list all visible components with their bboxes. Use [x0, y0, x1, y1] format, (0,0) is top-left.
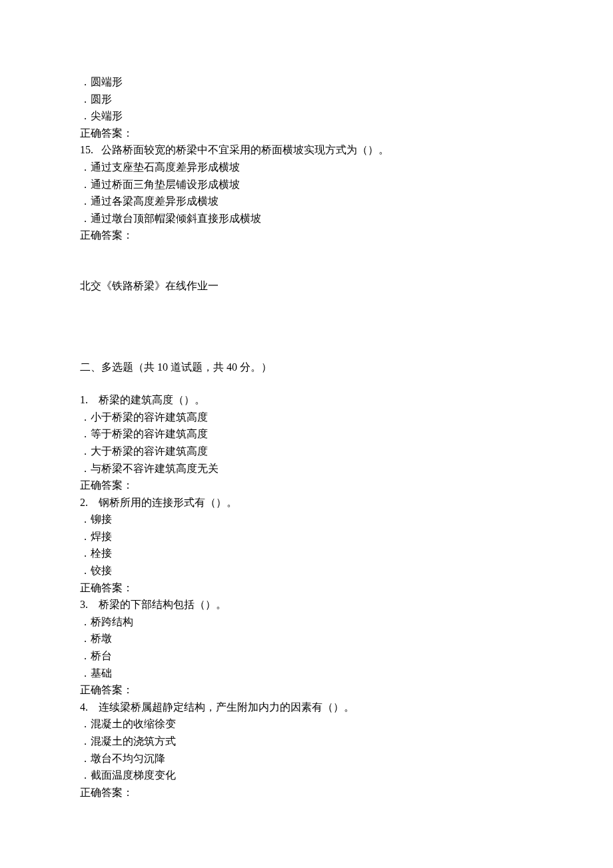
answer-label: 正确答案：: [80, 681, 533, 699]
part-heading: 二、多选题（共 10 道试题，共 40 分。）: [80, 359, 533, 376]
question-stem: 4. 连续梁桥属超静定结构，产生附加内力的因素有（）。: [80, 699, 533, 716]
answer-label: 正确答案：: [80, 227, 533, 244]
question-option: ．通过桥面三角垫层铺设形成横坡: [80, 176, 533, 193]
section-title: 北交《铁路桥梁》在线作业一: [80, 277, 533, 295]
question-option: ．栓接: [80, 545, 533, 562]
question-option: ．等于桥梁的容许建筑高度: [80, 425, 533, 443]
question-option: ．小于桥梁的容许建筑高度: [80, 409, 533, 426]
question-option: ．桥墩: [80, 630, 533, 647]
question-option: ．通过支座垫石高度差异形成横坡: [80, 159, 533, 176]
question-stem: 1. 桥梁的建筑高度（）。: [80, 391, 533, 409]
question-option: ．焊接: [80, 528, 533, 545]
prev-question-option: ．尖端形: [80, 107, 533, 125]
spacer: [80, 375, 533, 391]
question-option: ．桥跨结构: [80, 613, 533, 631]
question-stem: 2. 钢桥所用的连接形式有（）。: [80, 494, 533, 511]
question-option: ．截面温度梯度变化: [80, 767, 533, 784]
answer-label: 正确答案：: [80, 477, 533, 494]
question-option: ．混凝土的浇筑方式: [80, 733, 533, 750]
question-option: ．铆接: [80, 511, 533, 528]
question-option: ．通过墩台顶部帽梁倾斜直接形成横坡: [80, 210, 533, 227]
question-option: ．墩台不均匀沉降: [80, 750, 533, 767]
answer-label: 正确答案：: [80, 579, 533, 597]
question-stem: 15. 公路桥面较宽的桥梁中不宜采用的桥面横坡实现方式为（）。: [80, 141, 533, 159]
question-option: ．铰接: [80, 562, 533, 579]
question-option: ．桥台: [80, 647, 533, 665]
prev-question-option: ．圆端形: [80, 73, 533, 91]
spacer: [80, 295, 533, 359]
spacer: [80, 244, 533, 277]
document-page: ．圆端形 ．圆形 ．尖端形 正确答案： 15. 公路桥面较宽的桥梁中不宜采用的桥…: [0, 0, 613, 868]
question-option: ．混凝土的收缩徐变: [80, 715, 533, 733]
question-stem: 3. 桥梁的下部结构包括（）。: [80, 596, 533, 613]
question-option: ．通过各梁高度差异形成横坡: [80, 193, 533, 210]
prev-question-option: ．圆形: [80, 91, 533, 108]
answer-label: 正确答案：: [80, 784, 533, 801]
question-option: ．与桥梁不容许建筑高度无关: [80, 460, 533, 477]
question-option: ．大于桥梁的容许建筑高度: [80, 443, 533, 460]
question-option: ．基础: [80, 665, 533, 682]
answer-label: 正确答案：: [80, 125, 533, 142]
